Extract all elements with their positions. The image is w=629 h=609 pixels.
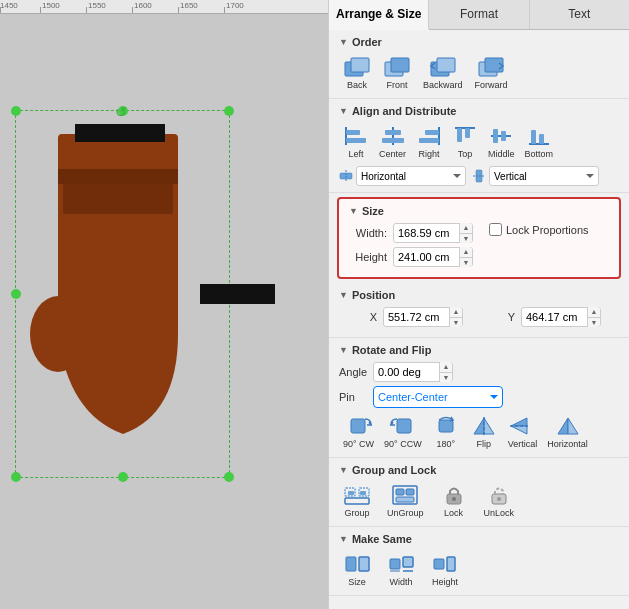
- rotate-180-button[interactable]: 180°: [428, 413, 464, 451]
- rotate-90ccw-button[interactable]: 90° CCW: [380, 413, 426, 451]
- x-stepper-down[interactable]: ▼: [450, 318, 462, 328]
- y-stepper-up[interactable]: ▲: [588, 307, 600, 318]
- rotate-90ccw-icon: [389, 415, 417, 437]
- angle-input[interactable]: [374, 363, 439, 381]
- width-input[interactable]: [394, 224, 459, 242]
- backward-button[interactable]: Backward: [419, 54, 467, 92]
- make-same-height-label: Height: [432, 577, 458, 587]
- handle-ml[interactable]: [11, 289, 21, 299]
- angle-row: Angle ▲ ▼: [339, 362, 619, 382]
- unlock-button[interactable]: UnLock: [480, 482, 519, 520]
- svg-rect-7: [391, 58, 409, 72]
- svg-rect-20: [419, 138, 439, 143]
- align-left-button[interactable]: Left: [339, 123, 373, 161]
- align-top-icon: [452, 125, 478, 147]
- make-same-buttons: Size Width: [339, 551, 619, 589]
- tab-text[interactable]: Text: [530, 0, 629, 29]
- pin-dropdown[interactable]: Center-Center: [373, 386, 503, 408]
- tab-arrange[interactable]: Arrange & Size: [329, 0, 429, 30]
- lock-proportions-checkbox[interactable]: [489, 223, 502, 236]
- height-input[interactable]: [394, 248, 459, 266]
- svg-rect-47: [345, 498, 369, 504]
- height-stepper-down[interactable]: ▼: [460, 258, 472, 268]
- width-stepper[interactable]: ▲ ▼: [459, 223, 472, 243]
- rotate-header: ▼ Rotate and Flip: [339, 344, 619, 356]
- vertical-icon: [472, 169, 486, 183]
- horizontal-dropdown[interactable]: Horizontal: [356, 166, 466, 186]
- backward-icon: [429, 56, 457, 78]
- height-stepper-up[interactable]: ▲: [460, 247, 472, 258]
- handle-bc[interactable]: [118, 472, 128, 482]
- y-stepper[interactable]: ▲ ▼: [587, 307, 600, 327]
- forward-label: Forward: [475, 80, 508, 90]
- svg-rect-14: [346, 138, 366, 143]
- ungroup-button[interactable]: UnGroup: [383, 482, 428, 520]
- y-input[interactable]: [522, 308, 587, 326]
- svg-marker-40: [511, 418, 527, 426]
- size-title: Size: [362, 205, 384, 217]
- y-stepper-down[interactable]: ▼: [588, 318, 600, 328]
- align-bottom-button[interactable]: Bottom: [521, 123, 558, 161]
- height-input-wrap: ▲ ▼: [393, 247, 473, 267]
- align-middle-button[interactable]: Middle: [484, 123, 519, 161]
- back-button[interactable]: Back: [339, 54, 375, 92]
- unlock-icon: [485, 484, 513, 506]
- align-middle-label: Middle: [488, 149, 515, 159]
- x-stepper[interactable]: ▲ ▼: [449, 307, 462, 327]
- svg-rect-48: [348, 491, 354, 495]
- align-section: ▼ Align and Distribute Left: [329, 99, 629, 193]
- make-same-height-button[interactable]: Height: [427, 551, 463, 589]
- right-panel: Arrange & Size Format Text ▼ Order Back: [328, 0, 629, 609]
- align-top-button[interactable]: Top: [448, 123, 482, 161]
- rotate-handle[interactable]: ↺: [115, 104, 127, 120]
- vertical-dropdown[interactable]: Vertical: [489, 166, 599, 186]
- rotate-90cw-button[interactable]: 90° CW: [339, 413, 378, 451]
- flip-vertical-label: Vertical: [508, 439, 538, 449]
- width-stepper-down[interactable]: ▼: [460, 234, 472, 244]
- size-arrow: ▼: [349, 206, 358, 216]
- align-center-button[interactable]: Center: [375, 123, 410, 161]
- svg-rect-23: [465, 128, 470, 138]
- position-fields: X ▲ ▼ Y ▲ ▼: [339, 307, 619, 331]
- width-row: Width: ▲ ▼: [349, 223, 473, 243]
- forward-button[interactable]: Forward: [471, 54, 512, 92]
- y-row: Y ▲ ▼: [477, 307, 601, 327]
- ruler-mark: 1450: [0, 0, 40, 13]
- align-right-button[interactable]: Right: [412, 123, 446, 161]
- align-buttons-row: Left Center: [339, 123, 619, 161]
- lock-proportions-label[interactable]: Lock Proportions: [489, 223, 589, 236]
- width-stepper-up[interactable]: ▲: [460, 223, 472, 234]
- angle-stepper-down[interactable]: ▼: [440, 373, 452, 383]
- svg-rect-9: [437, 58, 455, 72]
- handle-tl[interactable]: [11, 106, 21, 116]
- flip-horizontal-button[interactable]: Horizontal: [543, 413, 592, 451]
- make-same-height-icon: [431, 553, 459, 575]
- align-middle-icon: [488, 125, 514, 147]
- make-same-width-button[interactable]: Width: [383, 551, 419, 589]
- angle-stepper-up[interactable]: ▲: [440, 362, 452, 373]
- back-label: Back: [347, 80, 367, 90]
- handle-bl[interactable]: [11, 472, 21, 482]
- lock-button[interactable]: Lock: [436, 482, 472, 520]
- flip-horizontal-label: Horizontal: [547, 439, 588, 449]
- tab-format[interactable]: Format: [429, 0, 529, 29]
- x-stepper-up[interactable]: ▲: [450, 307, 462, 318]
- svg-rect-13: [346, 130, 360, 135]
- svg-rect-61: [403, 557, 413, 567]
- group-button[interactable]: Group: [339, 482, 375, 520]
- front-button[interactable]: Front: [379, 54, 415, 92]
- flip-button[interactable]: Flip: [466, 413, 502, 451]
- make-same-width-icon: [387, 553, 415, 575]
- make-same-size-label: Size: [348, 577, 366, 587]
- flip-vertical-button[interactable]: Vertical: [504, 413, 542, 451]
- angle-stepper[interactable]: ▲ ▼: [439, 362, 452, 382]
- handle-br[interactable]: [224, 472, 234, 482]
- width-label: Width:: [349, 227, 387, 239]
- canvas-content[interactable]: ↺: [0, 14, 328, 609]
- height-stepper[interactable]: ▲ ▼: [459, 247, 472, 267]
- x-input[interactable]: [384, 308, 449, 326]
- handle-tr[interactable]: [224, 106, 234, 116]
- svg-marker-44: [568, 418, 578, 434]
- position-header: ▼ Position: [339, 289, 619, 301]
- make-same-size-button[interactable]: Size: [339, 551, 375, 589]
